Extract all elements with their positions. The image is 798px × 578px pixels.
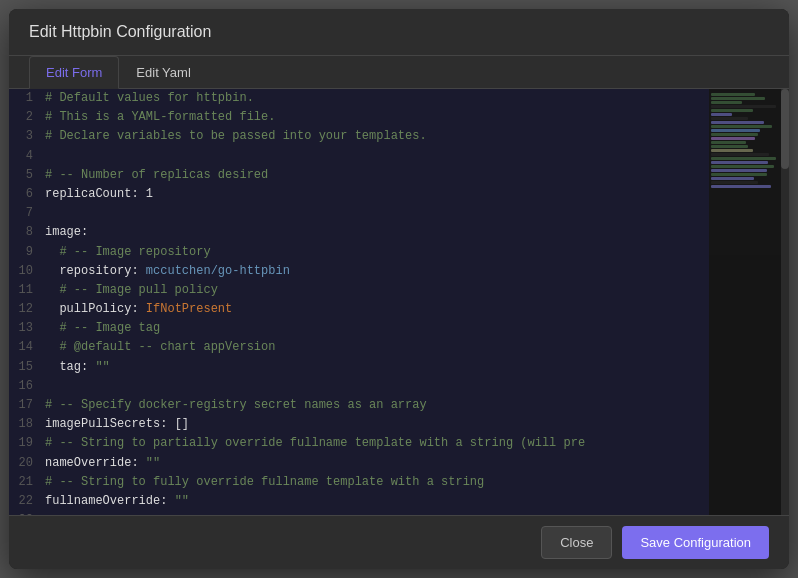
line-content [45,511,709,515]
line-number: 16 [9,377,45,396]
minimap-line [711,101,742,104]
table-row: 21# -- String to fully override fullname… [9,473,709,492]
code-token: # -- Specify docker-registry secret name… [45,398,427,412]
minimap-line [711,125,772,128]
minimap-line [711,109,753,112]
line-content: # -- Number of replicas desired [45,166,709,185]
line-number: 1 [9,89,45,108]
line-number: 3 [9,127,45,146]
table-row: 15 tag: "" [9,358,709,377]
code-token: "" [175,494,189,508]
modal-footer: Close Save Configuration [9,515,789,569]
code-token: # -- Image tag [45,321,160,335]
line-number: 13 [9,319,45,338]
line-content: # Default values for httpbin. [45,89,709,108]
minimap-line [711,145,748,148]
line-content: # -- String to partially override fullna… [45,434,709,453]
line-content: repository: mccutchen/go-httpbin [45,262,709,281]
minimap-line [711,97,765,100]
minimap-line [711,133,758,136]
line-content: imagePullSecrets: [] [45,415,709,434]
modal-title: Edit Httpbin Configuration [29,23,211,40]
minimap [709,89,789,515]
table-row: 3# Declare variables to be passed into y… [9,127,709,146]
line-content [45,377,709,396]
modal: Edit Httpbin Configuration Edit Form Edi… [9,9,789,569]
minimap-line [711,169,767,172]
code-token: "" [95,360,109,374]
table-row: 16 [9,377,709,396]
save-button[interactable]: Save Configuration [622,526,769,559]
table-row: 6replicaCount: 1 [9,185,709,204]
code-token: [] [175,417,189,431]
code-token: imagePullSecrets: [45,417,175,431]
minimap-line [711,185,771,188]
code-token: # Declare variables to be passed into yo… [45,129,427,143]
minimap-line [711,153,769,156]
code-token: # -- Image pull policy [45,283,218,297]
table-row: 20nameOverride: "" [9,454,709,473]
line-content: pullPolicy: IfNotPresent [45,300,709,319]
line-content: replicaCount: 1 [45,185,709,204]
minimap-line [711,121,764,124]
code-token: mccutchen/go-httpbin [146,264,290,278]
table-row: 23 [9,511,709,515]
line-number: 19 [9,434,45,453]
minimap-line [711,161,768,164]
line-content [45,147,709,166]
line-content: # Declare variables to be passed into yo… [45,127,709,146]
line-content: # @default -- chart appVersion [45,338,709,357]
code-token: replicaCount: [45,187,146,201]
table-row: 12 pullPolicy: IfNotPresent [9,300,709,319]
modal-header: Edit Httpbin Configuration [9,9,789,56]
scrollbar-thumb[interactable] [781,89,789,169]
close-button[interactable]: Close [541,526,612,559]
minimap-line [711,93,755,96]
line-number: 10 [9,262,45,281]
code-token: # -- Number of replicas desired [45,168,268,182]
table-row: 18imagePullSecrets: [] [9,415,709,434]
line-content: fullnameOverride: "" [45,492,709,511]
table-row: 8image: [9,223,709,242]
line-number: 4 [9,147,45,166]
tab-edit-form[interactable]: Edit Form [29,56,119,89]
line-content [45,204,709,223]
line-content: # -- Image pull policy [45,281,709,300]
minimap-line [711,105,776,108]
code-token: # This is a YAML-formatted file. [45,110,275,124]
minimap-line [711,149,753,152]
code-token: "" [146,456,160,470]
line-content: # -- Specify docker-registry secret name… [45,396,709,415]
code-token: repository: [45,264,146,278]
code-token: # -- Image repository [45,245,211,259]
minimap-line [711,117,748,120]
line-content: # This is a YAML-formatted file. [45,108,709,127]
code-token: nameOverride: [45,456,146,470]
editor-area: 1# Default values for httpbin.2# This is… [9,89,789,515]
code-editor[interactable]: 1# Default values for httpbin.2# This is… [9,89,709,515]
minimap-line [711,165,774,168]
code-token: # -- String to partially override fullna… [45,436,585,450]
code-lines: 1# Default values for httpbin.2# This is… [9,89,709,515]
tabs-bar: Edit Form Edit Yaml [9,56,789,89]
line-number: 18 [9,415,45,434]
minimap-line [711,141,746,144]
line-content: # -- String to fully override fullname t… [45,473,709,492]
table-row: 5# -- Number of replicas desired [9,166,709,185]
line-number: 23 [9,511,45,515]
code-token: fullnameOverride: [45,494,175,508]
code-token: # -- String to fully override fullname t… [45,475,484,489]
minimap-line [711,181,758,184]
table-row: 11 # -- Image pull policy [9,281,709,300]
line-number: 6 [9,185,45,204]
code-token: IfNotPresent [146,302,232,316]
line-number: 22 [9,492,45,511]
code-token: 1 [146,187,153,201]
code-token: image: [45,225,88,239]
table-row: 10 repository: mccutchen/go-httpbin [9,262,709,281]
minimap-content [709,89,789,193]
line-content: image: [45,223,709,242]
table-row: 19# -- String to partially override full… [9,434,709,453]
code-token: tag: [45,360,95,374]
tab-edit-yaml[interactable]: Edit Yaml [119,56,207,88]
